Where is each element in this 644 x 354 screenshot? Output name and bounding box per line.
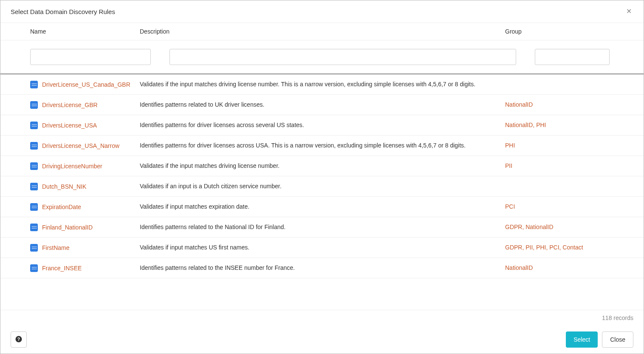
table-row[interactable]: DriverLicense_US_Canada_GBRValidates if … bbox=[0, 74, 644, 95]
footer-buttons: Select Close bbox=[566, 331, 633, 348]
svg-point-5 bbox=[36, 83, 37, 84]
table-row[interactable]: FirstNameValidates if input matches US f… bbox=[0, 238, 644, 258]
svg-point-33 bbox=[33, 144, 34, 145]
rule-icon bbox=[30, 142, 38, 150]
rule-name-link[interactable]: ExpirationDate bbox=[42, 204, 81, 210]
svg-point-72 bbox=[32, 226, 33, 227]
svg-point-43 bbox=[33, 165, 34, 166]
svg-point-2 bbox=[32, 83, 33, 84]
description-cell: Identifies patterns related to the INSEE… bbox=[140, 263, 505, 272]
table-row[interactable]: Dutch_BSN_NIKValidates if an input is a … bbox=[0, 176, 644, 197]
modal-header: Select Data Domain Discovery Rules ✕ bbox=[0, 0, 644, 23]
close-icon[interactable]: ✕ bbox=[624, 6, 633, 17]
help-button[interactable]: ? bbox=[11, 331, 27, 348]
description-cell: Validates if the input matches driving l… bbox=[140, 80, 505, 89]
group-cell[interactable]: GDPR, PII, PHI, PCI, Contact bbox=[505, 243, 607, 252]
table-row[interactable]: DriversLicense_GBRIdentifies patterns re… bbox=[0, 95, 644, 115]
close-button[interactable]: Close bbox=[602, 331, 633, 348]
svg-point-62 bbox=[32, 206, 33, 207]
records-count: 118 records bbox=[0, 310, 644, 326]
svg-point-88 bbox=[34, 248, 35, 249]
svg-point-3 bbox=[33, 83, 34, 84]
rule-name-link[interactable]: DriversLicense_USA_Narrow bbox=[42, 142, 119, 149]
svg-point-25 bbox=[36, 124, 37, 125]
svg-point-52 bbox=[32, 185, 33, 186]
svg-point-54 bbox=[34, 185, 35, 186]
svg-point-73 bbox=[33, 226, 34, 227]
name-cell: France_INSEE bbox=[0, 264, 140, 272]
group-cell[interactable]: PCI bbox=[505, 202, 607, 211]
svg-point-86 bbox=[32, 248, 33, 249]
rule-icon bbox=[30, 183, 38, 190]
table-row[interactable]: France_INSEEIdentifies patterns related … bbox=[0, 258, 644, 278]
svg-point-97 bbox=[33, 269, 34, 269]
group-cell[interactable]: PHI bbox=[505, 141, 607, 150]
description-cell: Validates if input matches US first name… bbox=[140, 243, 505, 252]
table-row[interactable]: Finland_NationalIDIdentifies patterns re… bbox=[0, 217, 644, 238]
rule-icon bbox=[30, 122, 38, 129]
table-body[interactable]: DriverLicense_US_Canada_GBRValidates if … bbox=[0, 74, 644, 310]
table-row[interactable]: DriversLicense_USAIdentifies patterns fo… bbox=[0, 115, 644, 136]
svg-point-85 bbox=[36, 246, 37, 247]
modal-dialog: Select Data Domain Discovery Rules ✕ Nam… bbox=[0, 0, 644, 354]
svg-point-44 bbox=[34, 165, 35, 166]
svg-point-28 bbox=[34, 126, 35, 127]
rule-name-link[interactable]: DriversLicense_USA bbox=[42, 122, 97, 129]
svg-point-92 bbox=[32, 267, 33, 268]
group-cell[interactable]: NationalID bbox=[505, 263, 607, 272]
rule-name-link[interactable]: DrivingLicenseNumber bbox=[42, 163, 102, 170]
table-row[interactable]: ExpirationDateValidates if input matches… bbox=[0, 197, 644, 217]
description-cell: Identifies patterns related to UK driver… bbox=[140, 100, 505, 109]
group-cell[interactable]: PII bbox=[505, 161, 607, 170]
svg-point-34 bbox=[34, 144, 35, 145]
svg-point-47 bbox=[33, 167, 34, 167]
svg-point-63 bbox=[33, 206, 34, 207]
filter-description-input[interactable] bbox=[169, 49, 516, 65]
svg-point-96 bbox=[32, 269, 33, 269]
column-header-group[interactable]: Group bbox=[505, 28, 616, 35]
svg-point-58 bbox=[34, 187, 35, 188]
name-cell: FirstName bbox=[0, 244, 140, 252]
group-cell[interactable]: GDPR, NationalID bbox=[505, 223, 607, 232]
rule-icon bbox=[30, 264, 38, 272]
svg-point-49 bbox=[36, 167, 37, 167]
svg-point-13 bbox=[33, 104, 34, 105]
svg-text:?: ? bbox=[17, 336, 20, 341]
filter-name-input[interactable] bbox=[30, 49, 151, 65]
svg-point-79 bbox=[36, 228, 37, 229]
table-row[interactable]: DriversLicense_USA_NarrowIdentifies patt… bbox=[0, 136, 644, 156]
svg-point-4 bbox=[34, 83, 35, 84]
filter-group-input[interactable] bbox=[535, 49, 610, 65]
rule-name-link[interactable]: FirstName bbox=[42, 244, 70, 251]
svg-point-56 bbox=[32, 187, 33, 188]
modal-footer: ? Select Close bbox=[0, 326, 644, 354]
table-row[interactable]: DrivingLicenseNumberValidates if the inp… bbox=[0, 156, 644, 176]
column-header-name[interactable]: Name bbox=[0, 28, 140, 35]
svg-point-8 bbox=[34, 85, 35, 86]
svg-point-65 bbox=[36, 206, 37, 207]
rule-name-link[interactable]: Dutch_BSN_NIK bbox=[42, 183, 86, 190]
rule-icon bbox=[30, 244, 38, 252]
svg-point-36 bbox=[32, 146, 33, 147]
svg-point-74 bbox=[34, 226, 35, 227]
svg-point-7 bbox=[33, 85, 34, 86]
name-cell: DriversLicense_USA_Narrow bbox=[0, 142, 140, 150]
svg-point-66 bbox=[32, 207, 33, 208]
group-cell[interactable]: NationalID bbox=[505, 100, 607, 109]
rule-name-link[interactable]: Finland_NationalID bbox=[42, 224, 93, 231]
svg-point-12 bbox=[32, 104, 33, 105]
svg-point-27 bbox=[33, 126, 34, 127]
description-cell: Validates if an input is a Dutch citizen… bbox=[140, 182, 505, 191]
svg-point-75 bbox=[36, 226, 37, 227]
group-cell[interactable]: NationalID, PHI bbox=[505, 121, 607, 130]
column-header-description[interactable]: Description bbox=[140, 28, 505, 35]
svg-point-24 bbox=[34, 124, 35, 125]
rule-name-link[interactable]: DriverLicense_US_Canada_GBR bbox=[42, 81, 130, 88]
rule-name-link[interactable]: DriversLicense_GBR bbox=[42, 102, 98, 108]
svg-point-48 bbox=[34, 167, 35, 167]
svg-point-57 bbox=[33, 187, 34, 188]
rule-name-link[interactable]: France_INSEE bbox=[42, 265, 82, 272]
svg-point-55 bbox=[36, 185, 37, 186]
description-cell: Validates if the input matches driving l… bbox=[140, 161, 505, 170]
select-button[interactable]: Select bbox=[566, 331, 598, 348]
